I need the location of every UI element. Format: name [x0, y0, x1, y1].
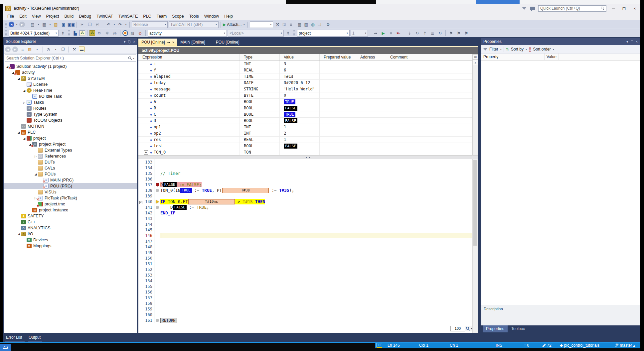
tree-item-license[interactable]: License	[4, 81, 137, 87]
expanded-arrow-icon[interactable]: ◢	[22, 137, 27, 140]
menu-item-file[interactable]: File	[5, 13, 17, 19]
watch-row-today[interactable]: ◆todayDATED#2020-6-12	[138, 80, 478, 86]
menu-item-window[interactable]: Window	[202, 13, 222, 19]
toolbar-grip[interactable]	[5, 22, 7, 28]
code-line-145[interactable]: 145	[138, 227, 478, 233]
free-combo[interactable]: ▾	[250, 21, 273, 28]
tree-item-pous[interactable]: ◢POUs	[4, 171, 137, 177]
code-line-141[interactable]: 141 DFALSE := TRUE;	[138, 204, 478, 210]
flag-icon[interactable]: ⚑	[463, 30, 470, 37]
history-dropdown[interactable]: ▾	[53, 47, 59, 52]
key-icon[interactable]: ⚿	[281, 21, 287, 28]
code-text[interactable]: IF TON_0.ETT#10ms > T#1S THEN	[160, 199, 265, 204]
tree-item-i-o[interactable]: ◢ZI/O	[4, 231, 137, 237]
code-line-135[interactable]: 135// Timer	[138, 171, 478, 176]
code-line-150[interactable]: 150	[138, 255, 478, 261]
code-text[interactable]: END_IF	[160, 210, 175, 215]
code-line-140[interactable]: −140IF TON_0.ETT#10ms > T#1S THEN	[138, 199, 478, 204]
tree-item-duts[interactable]: DUTs	[4, 159, 137, 165]
preview-toggle-icon[interactable]: ▬	[79, 47, 84, 52]
save-all-icon[interactable]: ▣▣	[68, 21, 75, 28]
code-scrollbar[interactable]	[472, 159, 478, 333]
watch-row-a[interactable]: ◆ABOOLTRUE	[138, 99, 478, 105]
feedback-icon[interactable]	[530, 7, 535, 10]
tree-item-motion[interactable]: ◠MOTION	[4, 123, 137, 129]
menu-item-plc[interactable]: PLC	[140, 13, 154, 19]
watch-row-d[interactable]: ◆DBOOLFALSE	[138, 118, 478, 124]
tree-item-i-o-idle-task[interactable]: ≡I/O Idle Task	[4, 93, 137, 99]
tree-item-devices[interactable]: ▥Devices	[4, 237, 137, 243]
document-tab-2[interactable]: POU [Online]	[213, 39, 242, 46]
code-line-159[interactable]: 159	[138, 306, 478, 312]
options-icon[interactable]: ⚙	[325, 21, 331, 28]
tree-item-system[interactable]: ◢⁂SYSTEM	[4, 75, 137, 81]
restart-icon[interactable]: ↻	[437, 30, 443, 37]
code-line-137[interactable]: 137DFALSE := FALSE;	[138, 182, 478, 187]
table1-icon[interactable]: ▦	[296, 21, 303, 28]
taskbar-app-button[interactable]	[0, 344, 11, 351]
git-branch[interactable]: master ▴	[615, 343, 635, 348]
editor-splitter[interactable]: ▲▼	[138, 156, 478, 159]
attach-play-icon[interactable]: ▶	[223, 22, 226, 27]
redo-icon[interactable]: ↷	[117, 21, 123, 28]
collapsed-arrow-icon[interactable]: ▷	[22, 101, 27, 104]
redo-dropdown[interactable]: ▾	[124, 21, 127, 28]
code-line-156[interactable]: 156	[138, 289, 478, 295]
circle-icon[interactable]: ◎	[111, 30, 118, 37]
pin-icon[interactable]	[631, 41, 633, 43]
globe-icon[interactable]: ◍	[309, 21, 316, 28]
code-line-160[interactable]: 160	[138, 312, 478, 317]
watch-row-count[interactable]: ◆countBYTE0	[138, 92, 478, 99]
sort-order-dropdown[interactable]: ▾	[553, 48, 554, 51]
breadcrumb[interactable]: activity.project.POU	[138, 47, 478, 54]
switch-views-dropdown[interactable]: ▾	[34, 47, 40, 52]
tree-item-references[interactable]: ▷▭References	[4, 153, 137, 159]
back-icon[interactable]: ◄	[5, 47, 11, 52]
add-dropdown[interactable]: ▾	[49, 21, 52, 28]
stop-icon[interactable]: ■	[388, 30, 394, 37]
code-line-133[interactable]: 133	[138, 159, 478, 165]
code-line-149[interactable]: 149	[138, 250, 478, 255]
new-dropdown[interactable]: ▾	[37, 21, 40, 28]
menu-item-scope[interactable]: Scope	[169, 13, 186, 19]
login-icon[interactable]: ⇥	[372, 30, 379, 37]
watch-scrollbar[interactable]: ▦ ▴	[472, 54, 478, 155]
watch-row-op2[interactable]: ◆op2INT2	[138, 130, 478, 137]
menu-item-tools[interactable]: Tools	[187, 13, 202, 19]
tree-item-safety[interactable]: ✚SAFETY	[4, 213, 137, 219]
panel-menu-icon[interactable]: ▾	[626, 40, 628, 44]
column-header-expression[interactable]: Expression	[138, 54, 240, 60]
table2-icon[interactable]: ▥	[303, 21, 309, 28]
code-line-154[interactable]: 154	[138, 278, 478, 284]
tab-error-list[interactable]: Error List	[6, 335, 22, 340]
expanded-arrow-icon[interactable]: ◢	[16, 233, 21, 236]
cut-icon[interactable]: ✂	[79, 21, 85, 28]
zoom-value[interactable]: 100	[450, 326, 465, 331]
tree-item-gvls[interactable]: GVLs	[4, 165, 137, 171]
solution-search-input[interactable]	[6, 56, 128, 60]
expanded-arrow-icon[interactable]: ◢	[22, 89, 27, 92]
notifications-funnel-icon[interactable]	[522, 7, 527, 10]
zoom-magnifier-icon[interactable]	[466, 326, 470, 331]
code-text[interactable]: // Timer	[160, 171, 180, 176]
panel-close-icon[interactable]: ×	[133, 40, 135, 44]
documents-icon[interactable]: ❐	[60, 47, 66, 52]
code-editor[interactable]: 133134135// Timer136137DFALSE := FALSE;1…	[138, 159, 478, 333]
copy-icon[interactable]: ❐	[86, 21, 93, 28]
table-view-icon[interactable]: ▦	[473, 54, 478, 59]
code-line-139[interactable]: 139	[138, 193, 478, 199]
expanded-arrow-icon[interactable]: ◢	[16, 77, 21, 80]
flag-icon[interactable]: ⚑	[448, 30, 454, 37]
overflow-icon[interactable]: ⇟	[285, 30, 291, 37]
scope-chart-icon[interactable]: ▙	[72, 30, 79, 37]
folder-gear-icon[interactable]: ▨	[129, 30, 136, 37]
tree-item-solution-activity-1-project-[interactable]: ◢Solution 'activity' (1 project)	[4, 63, 137, 69]
watch-row-elapsed[interactable]: ◆elapsedTIMET#1s	[138, 73, 478, 80]
tree-item-c-[interactable]: +C++	[4, 219, 137, 225]
tree-item-project-tmc[interactable]: project.tmc	[4, 201, 137, 207]
history-icon[interactable]: ◷	[46, 47, 51, 52]
watch-row-i[interactable]: ◆iINT3	[138, 61, 478, 67]
tree-item-project-instance[interactable]: ▤project Instance	[4, 207, 137, 213]
navigate-forward-icon[interactable]: ►	[19, 22, 25, 27]
attach-button[interactable]: Attach...	[227, 22, 242, 27]
